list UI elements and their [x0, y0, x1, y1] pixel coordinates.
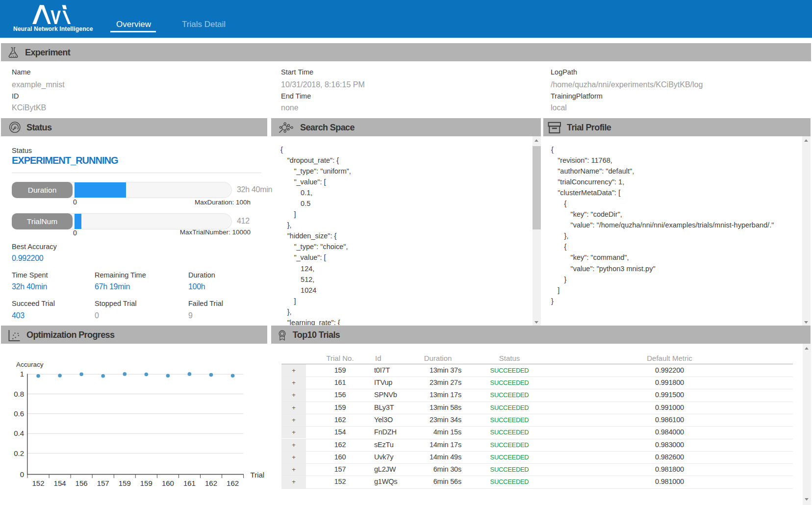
svg-text:0.8: 0.8	[14, 390, 24, 398]
svg-text:160: 160	[162, 479, 174, 487]
svg-text:1: 1	[20, 370, 24, 378]
svg-text:0: 0	[20, 470, 24, 479]
svg-text:162: 162	[205, 479, 217, 487]
svg-text:152: 152	[32, 479, 44, 487]
svg-text:Accuracy: Accuracy	[16, 361, 44, 368]
svg-text:156: 156	[76, 479, 88, 487]
svg-text:157: 157	[97, 479, 109, 487]
svg-text:161: 161	[183, 479, 196, 487]
svg-text:0.4: 0.4	[14, 429, 24, 437]
svg-text:154: 154	[54, 479, 66, 487]
svg-text:Trial: Trial	[251, 471, 265, 479]
svg-text:162: 162	[227, 479, 239, 487]
svg-text:159: 159	[119, 479, 131, 487]
svg-text:0.2: 0.2	[14, 449, 24, 457]
svg-text:0.6: 0.6	[14, 409, 24, 418]
svg-text:159: 159	[140, 479, 152, 487]
